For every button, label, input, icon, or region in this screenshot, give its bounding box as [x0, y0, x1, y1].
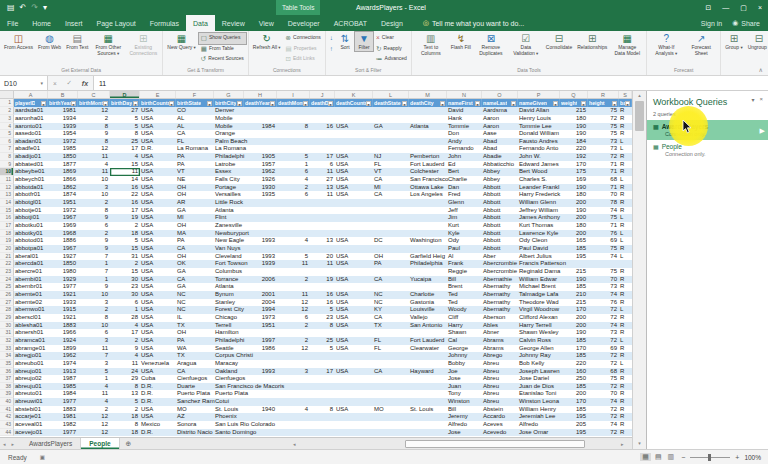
button-flash-fill[interactable]: ↯Flash Fill	[449, 32, 473, 51]
filter-dropdown-icon[interactable]: ▾	[553, 101, 558, 106]
cell-B15[interactable]: 1972	[48, 207, 78, 215]
cell-Q36[interactable]: 160	[560, 368, 588, 376]
cell-M2[interactable]	[409, 107, 447, 115]
row-header-44[interactable]: 44	[0, 429, 14, 437]
cell-L10[interactable]: VT	[373, 168, 409, 176]
cell-N21[interactable]: Al	[447, 253, 482, 261]
tab-developer[interactable]: Developer	[281, 15, 327, 31]
row-header-5[interactable]: 5	[0, 130, 14, 138]
button-advanced[interactable]: ≔Advanced	[374, 54, 409, 65]
cell-Q4[interactable]: 190	[560, 123, 588, 131]
cell-H8[interactable]: 1905	[244, 153, 277, 161]
row-header-31[interactable]: 31	[0, 329, 14, 337]
cell-E5[interactable]: USA	[140, 130, 176, 138]
cell-G3[interactable]: Mobile	[214, 115, 244, 123]
cell-G33[interactable]: Seattle	[214, 345, 244, 353]
cell-Q14[interactable]: 200	[560, 199, 588, 207]
view-normal-icon[interactable]: ▦	[640, 453, 651, 461]
cell-H11[interactable]: 1926	[244, 176, 277, 184]
cell-P11[interactable]: Charles S.	[518, 176, 560, 184]
cell-L28[interactable]: KY	[373, 306, 409, 314]
cell-G6[interactable]: Palm Beach	[214, 138, 244, 146]
cell-I28[interactable]: 12	[277, 306, 310, 314]
cell-F2[interactable]: CO	[176, 107, 214, 115]
cell-J29[interactable]: 23	[310, 314, 335, 322]
cell-I31[interactable]	[277, 329, 310, 337]
cell-N33[interactable]: George	[447, 345, 482, 353]
cell-A35[interactable]: abreubo01	[14, 360, 48, 368]
cell-Q30[interactable]: 200	[560, 322, 588, 330]
cell-S36[interactable]: R	[619, 368, 632, 376]
cell-N42[interactable]: Jeremy	[447, 413, 482, 421]
cell-H42[interactable]	[244, 413, 277, 421]
cell-F33[interactable]: WA	[176, 345, 214, 353]
cell-I19[interactable]: 4	[277, 237, 310, 245]
cell-R19[interactable]: 69	[588, 237, 619, 245]
cell-R23[interactable]: 75	[588, 268, 619, 276]
cell-H31[interactable]	[244, 329, 277, 337]
cell-H19[interactable]: 1993	[244, 237, 277, 245]
cell-L33[interactable]: FL	[373, 345, 409, 353]
cell-I9[interactable]: 1	[277, 161, 310, 169]
cell-E34[interactable]: USA	[140, 352, 176, 360]
column-header-M[interactable]: M	[409, 91, 447, 98]
column-header-C[interactable]: C	[78, 91, 110, 98]
cell-I43[interactable]	[277, 421, 310, 429]
cell-F5[interactable]: CA	[176, 130, 214, 138]
filter-dropdown-icon[interactable]: ▾	[71, 101, 76, 106]
cell-N6[interactable]: Andy	[447, 138, 482, 146]
cell-R37[interactable]: 75	[588, 375, 619, 383]
cell-R2[interactable]: 75	[588, 107, 619, 115]
cell-S12[interactable]: R	[619, 184, 632, 192]
cell-J25[interactable]	[310, 283, 335, 291]
cell-Q7[interactable]: 220	[560, 145, 588, 153]
cell-C15[interactable]: 8	[78, 207, 110, 215]
filter-dropdown-icon[interactable]: ▾	[303, 101, 308, 106]
cell-I13[interactable]: 6	[277, 191, 310, 199]
cell-R20[interactable]: 75	[588, 245, 619, 253]
cell-B3[interactable]: 1934	[48, 115, 78, 123]
column-header-D[interactable]: D	[110, 91, 140, 98]
cell-S19[interactable]: L	[619, 237, 632, 245]
cell-I26[interactable]: 11	[277, 291, 310, 299]
cell-F11[interactable]: NE	[176, 176, 214, 184]
cell-F36[interactable]: CA	[176, 368, 214, 376]
button-manage-data-model[interactable]: ▦Manage Data Model	[610, 32, 644, 57]
row-header-30[interactable]: 30	[0, 322, 14, 330]
cell-S3[interactable]: R	[619, 115, 632, 123]
cell-Q25[interactable]: 185	[560, 283, 588, 291]
cell-G20[interactable]: Van Nuys	[214, 245, 244, 253]
cell-J22[interactable]: 11	[310, 260, 335, 268]
cell-G18[interactable]: Newburyport	[214, 230, 244, 238]
ribbon-collapse-icon[interactable]: ∧	[759, 66, 763, 73]
cell-K3[interactable]	[335, 115, 373, 123]
flyout-arrow-icon[interactable]: ▶	[760, 127, 765, 135]
cell-C14[interactable]: 2	[78, 199, 110, 207]
cell-E19[interactable]: USA	[140, 237, 176, 245]
cell-L21[interactable]: OH	[373, 253, 409, 261]
cell-J39[interactable]	[310, 390, 335, 398]
cell-R22[interactable]	[588, 260, 619, 268]
cell-G36[interactable]: Oakland	[214, 368, 244, 376]
cell-M3[interactable]	[409, 115, 447, 123]
cell-G41[interactable]: St. Louis	[214, 406, 244, 414]
cell-O41[interactable]: Abstein	[482, 406, 518, 414]
cell-I41[interactable]: 4	[277, 406, 310, 414]
qat-customize-icon[interactable]: ▾	[43, 0, 47, 15]
cell-R24[interactable]: 70	[588, 276, 619, 284]
cell-C18[interactable]: 2	[78, 230, 110, 238]
row-header-23[interactable]: 23	[0, 268, 14, 276]
namebox-dropdown-icon[interactable]: ▾	[40, 80, 43, 86]
cell-N5[interactable]: Don	[447, 130, 482, 138]
cell-F34[interactable]: TX	[176, 352, 214, 360]
cell-B8[interactable]: 1850	[48, 153, 78, 161]
cell-J15[interactable]	[310, 207, 335, 215]
cell-R27[interactable]: 76	[588, 299, 619, 307]
cell-B31[interactable]: 1966	[48, 329, 78, 337]
cell-F29[interactable]: IL	[176, 314, 214, 322]
cell-B11[interactable]: 1866	[48, 176, 78, 184]
cell-H37[interactable]	[244, 375, 277, 383]
cell-R3[interactable]: 72	[588, 115, 619, 123]
cell-N4[interactable]: Tommie	[447, 123, 482, 131]
cell-E38[interactable]: D.R.	[140, 383, 176, 391]
